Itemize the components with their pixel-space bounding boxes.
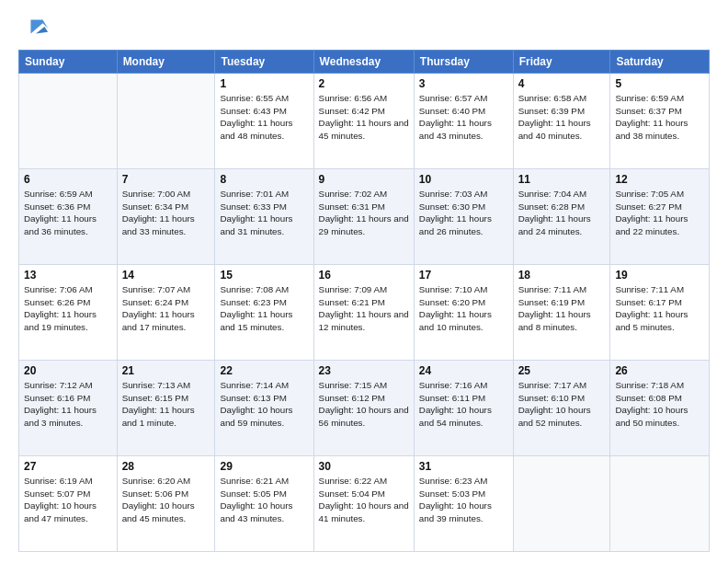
calendar-cell: 27Sunrise: 6:19 AM Sunset: 5:07 PM Dayli… (19, 456, 118, 552)
day-number: 19 (615, 269, 704, 282)
day-info: Sunrise: 7:07 AM Sunset: 6:24 PM Dayligh… (122, 283, 210, 334)
calendar-cell: 8Sunrise: 7:01 AM Sunset: 6:33 PM Daylig… (215, 169, 313, 265)
day-number: 6 (24, 173, 112, 186)
day-number: 22 (220, 364, 308, 377)
day-info: Sunrise: 7:10 AM Sunset: 6:20 PM Dayligh… (419, 283, 508, 334)
day-info: Sunrise: 7:00 AM Sunset: 6:34 PM Dayligh… (122, 188, 210, 238)
day-info: Sunrise: 7:02 AM Sunset: 6:31 PM Dayligh… (319, 188, 409, 238)
calendar-cell: 12Sunrise: 7:05 AM Sunset: 6:27 PM Dayli… (610, 169, 710, 265)
calendar-cell: 26Sunrise: 7:18 AM Sunset: 6:08 PM Dayli… (610, 361, 710, 456)
svg-marker-1 (36, 27, 48, 33)
day-number: 2 (319, 77, 409, 90)
day-number: 18 (518, 269, 606, 282)
day-info: Sunrise: 7:08 AM Sunset: 6:23 PM Dayligh… (220, 283, 308, 334)
day-info: Sunrise: 7:17 AM Sunset: 6:10 PM Dayligh… (518, 379, 606, 430)
calendar-cell (513, 456, 610, 552)
day-info: Sunrise: 7:13 AM Sunset: 6:15 PM Dayligh… (122, 379, 210, 430)
day-number: 3 (419, 77, 508, 90)
day-number: 17 (419, 269, 508, 282)
calendar-cell (19, 74, 118, 169)
day-of-week-header: Friday (513, 51, 610, 74)
day-number: 14 (122, 269, 210, 282)
calendar-cell: 20Sunrise: 7:12 AM Sunset: 6:16 PM Dayli… (19, 361, 118, 456)
day-number: 15 (220, 269, 308, 282)
day-info: Sunrise: 6:57 AM Sunset: 6:40 PM Dayligh… (419, 92, 508, 143)
day-info: Sunrise: 7:11 AM Sunset: 6:19 PM Dayligh… (518, 283, 606, 334)
calendar-cell: 3Sunrise: 6:57 AM Sunset: 6:40 PM Daylig… (414, 74, 513, 169)
day-number: 26 (615, 364, 704, 377)
day-number: 20 (24, 364, 112, 377)
day-info: Sunrise: 7:15 AM Sunset: 6:12 PM Dayligh… (319, 379, 409, 430)
day-info: Sunrise: 6:56 AM Sunset: 6:42 PM Dayligh… (319, 92, 409, 143)
logo-icon (24, 15, 50, 40)
calendar-table: SundayMondayTuesdayWednesdayThursdayFrid… (18, 50, 710, 552)
calendar-cell (117, 74, 215, 169)
day-number: 30 (319, 460, 409, 473)
day-info: Sunrise: 7:11 AM Sunset: 6:17 PM Dayligh… (615, 283, 704, 334)
logo (18, 15, 50, 40)
calendar-cell: 15Sunrise: 7:08 AM Sunset: 6:23 PM Dayli… (215, 265, 313, 361)
day-number: 27 (24, 460, 112, 473)
day-info: Sunrise: 7:06 AM Sunset: 6:26 PM Dayligh… (24, 283, 112, 334)
calendar-cell: 13Sunrise: 7:06 AM Sunset: 6:26 PM Dayli… (19, 265, 118, 361)
header (18, 15, 710, 40)
calendar-cell: 14Sunrise: 7:07 AM Sunset: 6:24 PM Dayli… (117, 265, 215, 361)
day-number: 4 (518, 77, 606, 90)
day-number: 23 (319, 364, 409, 377)
day-number: 24 (419, 364, 508, 377)
day-info: Sunrise: 7:01 AM Sunset: 6:33 PM Dayligh… (220, 188, 308, 238)
day-number: 10 (419, 173, 508, 186)
day-info: Sunrise: 7:12 AM Sunset: 6:16 PM Dayligh… (24, 379, 112, 430)
day-number: 11 (518, 173, 606, 186)
day-info: Sunrise: 6:19 AM Sunset: 5:07 PM Dayligh… (24, 475, 112, 525)
day-info: Sunrise: 7:09 AM Sunset: 6:21 PM Dayligh… (319, 283, 409, 334)
day-number: 13 (24, 269, 112, 282)
calendar-week-row: 13Sunrise: 7:06 AM Sunset: 6:26 PM Dayli… (19, 265, 710, 361)
day-info: Sunrise: 6:58 AM Sunset: 6:39 PM Dayligh… (518, 92, 606, 143)
day-number: 9 (319, 173, 409, 186)
calendar-cell: 23Sunrise: 7:15 AM Sunset: 6:12 PM Dayli… (313, 361, 414, 456)
day-info: Sunrise: 6:23 AM Sunset: 5:03 PM Dayligh… (419, 475, 508, 525)
day-info: Sunrise: 7:14 AM Sunset: 6:13 PM Dayligh… (220, 379, 308, 430)
day-of-week-header: Saturday (610, 51, 710, 74)
calendar-cell: 25Sunrise: 7:17 AM Sunset: 6:10 PM Dayli… (513, 361, 610, 456)
calendar-cell: 31Sunrise: 6:23 AM Sunset: 5:03 PM Dayli… (414, 456, 513, 552)
day-info: Sunrise: 6:22 AM Sunset: 5:04 PM Dayligh… (319, 475, 409, 525)
day-info: Sunrise: 7:18 AM Sunset: 6:08 PM Dayligh… (615, 379, 704, 430)
calendar-cell: 10Sunrise: 7:03 AM Sunset: 6:30 PM Dayli… (414, 169, 513, 265)
day-info: Sunrise: 7:05 AM Sunset: 6:27 PM Dayligh… (615, 188, 704, 238)
calendar-cell: 28Sunrise: 6:20 AM Sunset: 5:06 PM Dayli… (117, 456, 215, 552)
day-number: 1 (220, 77, 308, 90)
day-info: Sunrise: 7:03 AM Sunset: 6:30 PM Dayligh… (419, 188, 508, 238)
day-number: 5 (615, 77, 704, 90)
calendar-cell: 17Sunrise: 7:10 AM Sunset: 6:20 PM Dayli… (414, 265, 513, 361)
day-number: 12 (615, 173, 704, 186)
day-of-week-header: Tuesday (215, 51, 313, 74)
day-of-week-header: Sunday (19, 51, 118, 74)
header-row: SundayMondayTuesdayWednesdayThursdayFrid… (19, 51, 710, 74)
calendar-cell: 6Sunrise: 6:59 AM Sunset: 6:36 PM Daylig… (19, 169, 118, 265)
day-info: Sunrise: 6:55 AM Sunset: 6:43 PM Dayligh… (220, 92, 308, 143)
calendar-cell: 9Sunrise: 7:02 AM Sunset: 6:31 PM Daylig… (313, 169, 414, 265)
day-info: Sunrise: 6:59 AM Sunset: 6:36 PM Dayligh… (24, 188, 112, 238)
day-number: 16 (319, 269, 409, 282)
day-of-week-header: Wednesday (313, 51, 414, 74)
calendar-week-row: 6Sunrise: 6:59 AM Sunset: 6:36 PM Daylig… (19, 169, 710, 265)
day-number: 28 (122, 460, 210, 473)
day-info: Sunrise: 6:20 AM Sunset: 5:06 PM Dayligh… (122, 475, 210, 525)
day-number: 21 (122, 364, 210, 377)
page: SundayMondayTuesdayWednesdayThursdayFrid… (0, 0, 728, 563)
calendar-week-row: 1Sunrise: 6:55 AM Sunset: 6:43 PM Daylig… (19, 74, 710, 169)
calendar-cell: 4Sunrise: 6:58 AM Sunset: 6:39 PM Daylig… (513, 74, 610, 169)
day-number: 29 (220, 460, 308, 473)
day-of-week-header: Thursday (414, 51, 513, 74)
calendar-cell: 1Sunrise: 6:55 AM Sunset: 6:43 PM Daylig… (215, 74, 313, 169)
day-info: Sunrise: 6:59 AM Sunset: 6:37 PM Dayligh… (615, 92, 704, 143)
calendar-week-row: 27Sunrise: 6:19 AM Sunset: 5:07 PM Dayli… (19, 456, 710, 552)
calendar-cell: 16Sunrise: 7:09 AM Sunset: 6:21 PM Dayli… (313, 265, 414, 361)
calendar-cell: 7Sunrise: 7:00 AM Sunset: 6:34 PM Daylig… (117, 169, 215, 265)
day-info: Sunrise: 6:21 AM Sunset: 5:05 PM Dayligh… (220, 475, 308, 525)
calendar-cell: 11Sunrise: 7:04 AM Sunset: 6:28 PM Dayli… (513, 169, 610, 265)
calendar-cell: 22Sunrise: 7:14 AM Sunset: 6:13 PM Dayli… (215, 361, 313, 456)
day-of-week-header: Monday (117, 51, 215, 74)
